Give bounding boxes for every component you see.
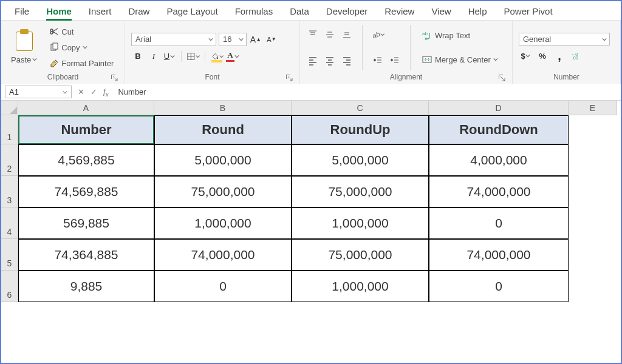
tab-data[interactable]: Data	[281, 4, 318, 20]
cell-B5[interactable]: 74,000,000	[154, 239, 292, 271]
paste-button[interactable]: Paste	[7, 24, 41, 72]
italic-button[interactable]: I	[147, 50, 160, 63]
tab-review[interactable]: Review	[376, 4, 423, 20]
paintbrush-icon	[49, 59, 59, 69]
bold-button[interactable]: B	[131, 50, 145, 63]
cell-C5[interactable]: 75,000,000	[292, 239, 429, 271]
cut-label: Cut	[61, 27, 73, 36]
comma-format-button[interactable]: ,	[553, 49, 566, 62]
column-header-C[interactable]: C	[292, 101, 429, 115]
cell-B3[interactable]: 75,000,000	[154, 176, 292, 207]
tab-insert[interactable]: Insert	[80, 4, 120, 20]
row-header-2[interactable]: 2	[1, 144, 18, 176]
tab-home[interactable]: Home	[38, 4, 80, 20]
align-right-button[interactable]	[340, 54, 354, 67]
tab-page-layout[interactable]: Page Layout	[158, 4, 226, 20]
row-header-5[interactable]: 5	[1, 239, 18, 271]
column-header-E[interactable]: E	[569, 101, 617, 115]
decrease-indent-button[interactable]	[371, 54, 384, 67]
underline-button[interactable]: U	[163, 50, 176, 63]
cell-B4[interactable]: 1,000,000	[154, 207, 292, 239]
cell-B1[interactable]: Round	[154, 115, 292, 144]
chevron-down-icon	[602, 37, 607, 42]
dialog-launcher-font[interactable]	[285, 73, 293, 82]
cell-D3[interactable]: 74,000,000	[429, 176, 569, 207]
align-center-button[interactable]	[323, 54, 337, 67]
cell-A6[interactable]: 9,885	[18, 271, 154, 302]
increase-decimal-icon: ←0.00	[571, 50, 582, 61]
font-size-value: 16	[223, 35, 231, 44]
cut-button[interactable]: Cut	[47, 25, 116, 38]
column-header-A[interactable]: A	[18, 101, 154, 115]
align-center-icon	[325, 56, 335, 66]
cell-D5[interactable]: 74,000,000	[429, 239, 569, 271]
increase-font-button[interactable]: A▲	[249, 33, 262, 46]
number-format-value: General	[523, 35, 551, 44]
borders-icon	[186, 52, 196, 61]
format-painter-button[interactable]: Format Painter	[47, 57, 116, 70]
column-header-D[interactable]: D	[429, 101, 569, 115]
number-format-select[interactable]: General	[519, 33, 610, 46]
font-color-button[interactable]: A	[226, 50, 239, 63]
cell-A3[interactable]: 74,569,885	[18, 176, 154, 207]
tab-file[interactable]: File	[6, 4, 38, 20]
font-family-select[interactable]: Arial	[131, 33, 216, 46]
row-header-1[interactable]: 1	[1, 115, 18, 144]
percent-format-button[interactable]: %	[536, 49, 549, 62]
formula-cancel-button[interactable]: ✕	[78, 87, 84, 96]
chevron-down-icon	[493, 57, 498, 62]
row-header-6[interactable]: 6	[1, 271, 18, 302]
cell-D6[interactable]: 0	[429, 271, 569, 302]
accounting-format-button[interactable]: $	[519, 49, 532, 62]
cell-A2[interactable]: 4,569,885	[18, 144, 154, 176]
increase-decimal-button[interactable]: ←0.00	[570, 49, 583, 62]
cell-C2[interactable]: 5,000,000	[292, 144, 429, 176]
cell-C4[interactable]: 1,000,000	[292, 207, 429, 239]
dialog-launcher-alignment[interactable]	[497, 73, 506, 82]
cell-A5[interactable]: 74,364,885	[18, 239, 154, 271]
tab-help[interactable]: Help	[460, 4, 496, 20]
dialog-launcher-clipboard[interactable]	[110, 73, 118, 82]
formula-enter-button[interactable]: ✓	[91, 87, 97, 96]
cell-D1[interactable]: RoundDown	[429, 115, 569, 144]
cell-B6[interactable]: 0	[154, 271, 292, 302]
tab-formulas[interactable]: Formulas	[227, 4, 282, 20]
orientation-button[interactable]: ab	[371, 28, 384, 41]
increase-indent-button[interactable]	[388, 54, 402, 67]
tab-view[interactable]: View	[423, 4, 459, 20]
align-bottom-button[interactable]	[340, 28, 354, 41]
align-middle-button[interactable]	[323, 28, 337, 41]
fill-color-button[interactable]	[210, 50, 224, 63]
ribbon-tabs: FileHomeInsertDrawPage LayoutFormulasDat…	[1, 1, 621, 20]
group-label-clipboard: Clipboard	[47, 73, 78, 81]
cell-C6[interactable]: 1,000,000	[292, 271, 429, 302]
column-header-B[interactable]: B	[154, 101, 292, 115]
name-box[interactable]: A1	[5, 86, 72, 98]
cell-D4[interactable]: 0	[429, 207, 569, 239]
row-header-4[interactable]: 4	[1, 207, 18, 239]
decrease-font-button[interactable]: A▼	[265, 33, 278, 46]
merge-center-button[interactable]: Merge & Center	[419, 52, 501, 67]
wrap-text-button[interactable]: ab Wrap Text	[419, 29, 501, 43]
align-top-button[interactable]	[306, 28, 320, 41]
align-left-button[interactable]	[306, 54, 320, 67]
tab-developer[interactable]: Developer	[318, 4, 376, 20]
borders-button[interactable]	[186, 50, 200, 63]
chevron-down-icon	[234, 54, 239, 59]
spreadsheet-grid[interactable]: ABCDE 123456 NumberRoundRoundUpRoundDown…	[1, 101, 621, 364]
cell-A4[interactable]: 569,885	[18, 207, 154, 239]
tab-draw[interactable]: Draw	[120, 4, 158, 20]
select-all-corner[interactable]	[1, 101, 18, 115]
fx-icon[interactable]: fx	[103, 87, 108, 98]
formula-input[interactable]: Number	[108, 87, 146, 96]
cell-D2[interactable]: 4,000,000	[429, 144, 569, 176]
svg-text:.00: .00	[572, 55, 578, 61]
cell-C3[interactable]: 75,000,000	[292, 176, 429, 207]
cell-B2[interactable]: 5,000,000	[154, 144, 292, 176]
cell-A1[interactable]: Number	[18, 115, 154, 144]
copy-button[interactable]: Copy	[47, 41, 116, 54]
tab-power-pivot[interactable]: Power Pivot	[496, 4, 561, 20]
font-size-select[interactable]: 16	[219, 33, 247, 46]
cell-C1[interactable]: RoundUp	[292, 115, 429, 144]
row-header-3[interactable]: 3	[1, 176, 18, 207]
